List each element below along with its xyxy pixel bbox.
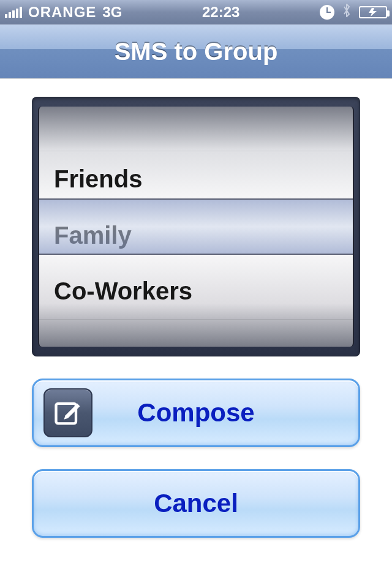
network-label: 3G [102, 4, 122, 21]
bluetooth-icon [342, 3, 352, 21]
picker-item-label: Co-Workers [54, 277, 192, 305]
group-picker[interactable]: Friends Family Co-Workers [32, 97, 360, 356]
picker-item-family[interactable]: Family [39, 207, 353, 263]
compose-button[interactable]: Compose [32, 379, 360, 447]
status-right [320, 3, 387, 21]
alarm-icon [320, 5, 334, 20]
picker-item-label: Family [54, 222, 132, 249]
picker-item-friends[interactable]: Friends [39, 151, 353, 207]
picker-wheel[interactable]: Friends Family Co-Workers [38, 107, 354, 347]
picker-item-coworkers[interactable]: Co-Workers [39, 263, 353, 320]
cancel-button-label: Cancel [154, 489, 238, 518]
carrier-label: ORANGE [28, 4, 96, 21]
compose-button-label: Compose [137, 398, 254, 428]
status-bar: ORANGE 3G 22:23 [0, 0, 392, 24]
battery-icon [359, 6, 387, 18]
signal-bars-icon [5, 7, 22, 18]
nav-title: SMS to Group [115, 38, 278, 66]
svg-rect-1 [56, 404, 77, 424]
picker-item-label: Friends [54, 165, 142, 193]
status-time: 22:23 [202, 4, 239, 21]
compose-icon [43, 388, 92, 437]
svg-marker-0 [369, 8, 377, 17]
cancel-button[interactable]: Cancel [32, 469, 360, 538]
nav-bar: SMS to Group [0, 24, 392, 78]
status-left: ORANGE 3G [5, 4, 122, 21]
